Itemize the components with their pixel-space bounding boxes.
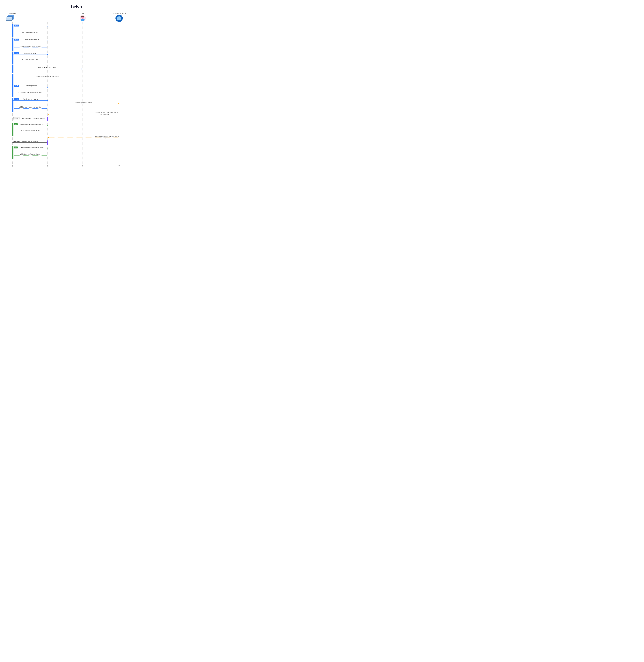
app-icon-screen (6, 17, 12, 20)
return-label-11: 200 + Payment Request details (20, 153, 40, 155)
bottom-arrow-belvo (47, 166, 48, 167)
return-label-6: 201 Success + agreement information (18, 92, 42, 93)
badge-get-11-text: GET (15, 147, 17, 148)
arrow-4-right-head (82, 68, 83, 69)
user-hair (81, 16, 84, 17)
return-label-1: 201 Created + customerId (22, 32, 38, 33)
badge-post-1-text: POST (15, 25, 18, 26)
activation-bar-1 (12, 24, 14, 37)
return-label-9: 200 + Payment Method details (20, 130, 40, 131)
activation-bar-2 (12, 38, 14, 51)
activation-bar-5 (12, 74, 14, 84)
activation-bar-7 (12, 98, 14, 112)
arrow-label-2: Create payment method (24, 39, 39, 40)
arrow-7-institution-head (118, 103, 119, 104)
institution-building (117, 17, 121, 20)
arrow-label-11: /payment-requests/{paymentRequestId} (20, 147, 44, 148)
note-label-10-1: Institution confirms the payment request (95, 135, 119, 137)
badge-post-6-text: POST (15, 85, 18, 87)
actor-app-label: Application (9, 13, 16, 14)
actor-institution-label: Payment Institution (113, 13, 126, 14)
activation-bar-8 (47, 117, 48, 121)
arrow-label-8: payment_method_registration_successful (22, 117, 46, 119)
institution-window4 (118, 19, 118, 19)
return-label-3: 201 Success + id and URL (22, 59, 39, 61)
arrow-8-note-head (48, 114, 49, 115)
note-label-10-2: was completed (100, 137, 109, 138)
user-body (81, 19, 85, 21)
user-eye-right (83, 17, 83, 18)
arrow-label-3: Generate agreement (24, 52, 38, 54)
badge-webhook-10-text: WEBHOOK (14, 141, 20, 142)
institution-window5 (119, 19, 119, 19)
activation-bar-10 (47, 140, 48, 145)
logo-dot: . (82, 4, 83, 9)
return-label-7: 201 Success + paymentRequestId (19, 106, 41, 108)
arrow-label-7-institution-1: Belvo sends payment request (74, 101, 92, 103)
arrow-label-5: User signs agreement and sends back (35, 76, 59, 78)
logo: belvo. (71, 4, 83, 9)
diagram-container: belvo. Application User Payment Institut… (0, 0, 154, 170)
actor-user-label: User (81, 13, 85, 14)
institution-window1 (118, 18, 118, 18)
activation-bar-9 (12, 123, 14, 136)
badge-post-2-text: POST (15, 39, 18, 40)
activation-bar-11 (12, 146, 14, 159)
badge-webhook-8-text: WEBHOOK (14, 118, 20, 119)
institution-window6 (120, 19, 120, 19)
bottom-arrow-user (82, 166, 83, 167)
arrow-label-10: payment_request_successful (22, 141, 39, 142)
arrow-label-4: Send agreement URL to user (38, 67, 56, 68)
bottom-arrow-app (12, 166, 13, 167)
user-eye-left (82, 17, 83, 18)
note-label-8-1: Institution confirms the payment method (95, 112, 118, 113)
badge-post-3-text: POST (15, 52, 18, 54)
return-label-2: 201 Success + paymentMethodId (20, 45, 41, 47)
badge-post-7-text: POST (15, 98, 18, 100)
arrow-10-left-head (12, 142, 14, 143)
activation-bar-6 (12, 84, 14, 97)
activation-bar-4 (12, 65, 14, 73)
arrow-label-6: Confirm agreement (25, 85, 37, 87)
arrow-label-7-institution-2: to institution (80, 103, 87, 105)
institution-window2 (119, 18, 119, 18)
activation-bar-3 (12, 52, 14, 65)
header-area: belvo. (0, 3, 154, 10)
arrow-8-left-head (12, 118, 14, 120)
arrow-10-note-head (48, 137, 49, 138)
badge-get-9-text: GET (15, 124, 17, 125)
arrow-label-7: Create payment request (23, 98, 39, 100)
bottom-arrow-institution (118, 166, 120, 167)
sequence-diagram: Application User Payment Institution (0, 10, 154, 167)
institution-window3 (120, 18, 120, 18)
note-label-8-2: was registered (100, 113, 109, 115)
arrow-label-9: /payment-methods/{paymentMethodId} (20, 124, 43, 125)
